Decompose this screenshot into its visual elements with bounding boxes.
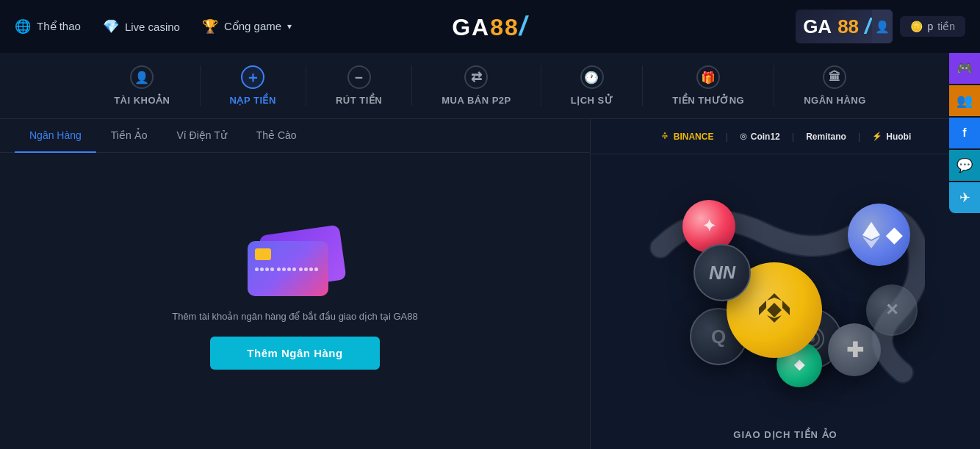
eth-symbol <box>857 220 886 250</box>
secondary-navigation: 👤 TÀI KHOẢN ＋ NẠP TIỀN － RÚT TIỀN ⇄ MUA … <box>0 53 980 119</box>
game-controller-icon: 🎮 <box>956 60 973 76</box>
binance-label: BINANCE <box>674 132 714 142</box>
coin12-partner: ◎ Coin12 <box>740 132 780 142</box>
n-coin: N <box>693 244 751 301</box>
add-bank-message: Thêm tài khoản ngân hàng để bắt đầu giao… <box>172 311 418 322</box>
account-icon: 👤 <box>130 65 154 89</box>
coins-container: ✦ N ✕ <box>646 189 925 395</box>
svg-marker-10 <box>782 301 790 315</box>
bank-panel-body: Thêm tài khoản ngân hàng để bắt đầu giao… <box>0 153 590 446</box>
nav-history[interactable]: 🕐 LỊCH SỬ <box>541 65 644 106</box>
huobi-label: Huobi <box>886 132 911 142</box>
telegram-icon: ✈ <box>959 190 970 206</box>
huobi-partner: ⚡ Huobi <box>872 132 911 142</box>
sidebar-facebook-button[interactable]: f <box>949 118 980 148</box>
tab-prepaid[interactable]: Thẻ Cào <box>242 119 311 153</box>
nav-bank-label: NGÂN HÀNG <box>804 95 866 106</box>
nav-withdraw-label: RÚT TIỀN <box>336 95 382 106</box>
nav-bonus-label: TIỀN THƯỞNG <box>672 95 744 106</box>
divider-1: | <box>725 131 727 142</box>
nav-withdraw[interactable]: － RÚT TIỀN <box>306 65 412 106</box>
divider-2: | <box>792 131 794 142</box>
plus-coin: ✚ <box>828 323 881 376</box>
logo-overlay-slash: / <box>865 14 871 39</box>
sidebar-chat-button[interactable]: 💬 <box>949 150 980 181</box>
bonus-icon: 🎁 <box>696 65 720 89</box>
logo-overlay-ga: GA <box>803 15 832 38</box>
card-chip <box>255 248 271 260</box>
tab-bar: Ngân Hàng Tiền Ảo Ví Điện Tử Thẻ Cào <box>0 119 590 153</box>
logo-overlay-88: 88 <box>837 15 859 38</box>
crypto-partners: BINANCE | ◎ Coin12 | Remitano | ⚡ Huobi <box>591 119 980 154</box>
nav-p2p-label: MUA BÁN P2P <box>442 95 511 106</box>
svg-marker-7 <box>767 293 782 301</box>
card-number-dots <box>255 267 321 271</box>
nav-portal-game[interactable]: 🏆 Cổng game ▾ <box>202 18 292 35</box>
svg-marker-5 <box>862 222 880 240</box>
logo-88-text: 88 <box>490 14 519 40</box>
crypto-label: GIAO DỊCH TIỀN ẢO <box>733 429 837 449</box>
bank-card-illustration <box>248 230 343 296</box>
bank-icon: 🏛 <box>823 65 846 89</box>
svg-marker-2 <box>662 134 663 137</box>
p2p-icon: ⇄ <box>464 65 488 89</box>
facebook-icon: f <box>962 126 966 140</box>
divider-3: | <box>858 131 860 142</box>
nav-right: GA88/ 0K 👤 🪙 p tiền <box>796 10 965 43</box>
nav-live-casino[interactable]: 💎 Live casino <box>103 18 180 35</box>
withdraw-icon: － <box>347 65 371 89</box>
add-bank-button[interactable]: Thêm Ngân Hàng <box>210 337 379 370</box>
nav-sports-label: Thể thao <box>37 20 81 33</box>
pink-coin-symbol: ✦ <box>702 217 716 236</box>
nav-history-label: LỊCH SỬ <box>571 95 613 106</box>
logo-slash: / <box>519 11 528 41</box>
x-coin: ✕ <box>866 284 918 336</box>
card-front <box>248 241 328 296</box>
logo-ga-text: GA <box>452 14 490 40</box>
svg-marker-9 <box>759 301 766 315</box>
svg-marker-3 <box>666 134 667 137</box>
nav-deposit-label: NẠP TIỀN <box>230 95 276 106</box>
nav-account-label: TÀI KHOẢN <box>114 95 170 106</box>
binance-partner: BINANCE <box>660 132 714 142</box>
crypto-visual: ✦ N ✕ <box>591 154 980 429</box>
svg-marker-4 <box>663 135 666 137</box>
users-icon: 👥 <box>956 93 973 109</box>
balance-amount: p <box>927 21 933 32</box>
tab-ewallet[interactable]: Ví Điện Tử <box>162 119 241 153</box>
trophy-icon: 🏆 <box>202 18 218 35</box>
bnb-symbol <box>749 284 800 336</box>
history-icon: 🕐 <box>580 65 604 89</box>
main-content: Ngân Hàng Tiền Ảo Ví Điện Tử Thẻ Cào <box>0 119 980 449</box>
coin12-label: Coin12 <box>751 132 780 142</box>
nav-bonus[interactable]: 🎁 TIỀN THƯỞNG <box>643 65 774 106</box>
deposit-icon: ＋ <box>241 65 264 89</box>
site-logo: GA88/ <box>452 11 528 42</box>
chevron-down-icon: ▾ <box>287 21 292 32</box>
huobi-icon: ⚡ <box>872 132 882 141</box>
nav-live-casino-label: Live casino <box>125 21 180 33</box>
nav-bank[interactable]: 🏛 NGÂN HÀNG <box>774 65 896 106</box>
right-panel: BINANCE | ◎ Coin12 | Remitano | ⚡ Huobi <box>591 119 980 449</box>
right-sidebar: 🎮 👥 f 💬 ✈ <box>949 53 980 213</box>
tab-crypto[interactable]: Tiền Ảo <box>96 119 162 153</box>
sidebar-game-button[interactable]: 🎮 <box>949 53 980 84</box>
nav-portal-label: Cổng game <box>224 20 281 33</box>
nav-sports[interactable]: 🌐 Thể thao <box>15 18 81 35</box>
sidebar-users-button[interactable]: 👥 <box>949 85 980 116</box>
balance-display: 🪙 p tiền <box>900 16 965 37</box>
nav-deposit[interactable]: ＋ NẠP TIỀN <box>201 65 306 106</box>
tab-bank[interactable]: Ngân Hàng <box>15 119 96 153</box>
user-avatar: 👤 <box>875 20 890 34</box>
sidebar-telegram-button[interactable]: ✈ <box>949 182 980 213</box>
ethereum-coin <box>848 204 910 266</box>
remitano-label: Remitano <box>806 132 846 142</box>
svg-marker-0 <box>663 132 666 134</box>
currency-label: tiền <box>937 21 955 32</box>
chat-icon: 💬 <box>956 157 973 173</box>
top-navigation: 🌐 Thể thao 💎 Live casino 🏆 Cổng game ▾ G… <box>0 0 980 53</box>
remitano-partner: Remitano <box>806 132 846 142</box>
nav-left: 🌐 Thể thao 💎 Live casino 🏆 Cổng game ▾ <box>15 18 292 35</box>
nav-p2p[interactable]: ⇄ MUA BÁN P2P <box>412 65 541 106</box>
nav-account[interactable]: 👤 TÀI KHOẢN <box>84 65 200 106</box>
